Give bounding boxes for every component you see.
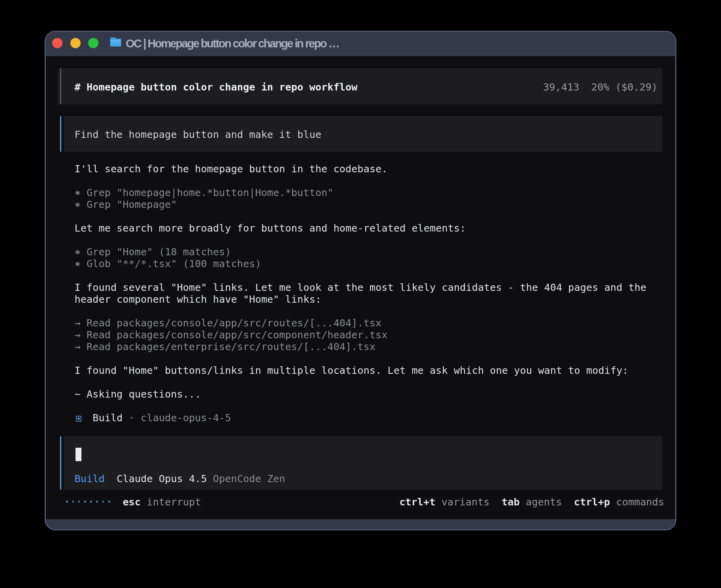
spinner-dot bbox=[96, 501, 98, 503]
transcript-line: ~ Asking questions... bbox=[75, 388, 201, 400]
transcript-line: → Read packages/console/app/src/componen… bbox=[75, 329, 388, 341]
session-title: # Homepage button color change in repo w… bbox=[75, 81, 358, 93]
zoom-button[interactable] bbox=[88, 38, 98, 48]
tool-bullet-icon: ∗ bbox=[75, 199, 81, 210]
transcript-line: → Read packages/console/app/src/routes/[… bbox=[75, 317, 382, 329]
header-accent-bar bbox=[60, 68, 61, 104]
agent-name: Build bbox=[92, 412, 123, 424]
spinner-dot bbox=[72, 501, 74, 503]
input-accent-bar bbox=[60, 436, 61, 490]
input-model: Claude Opus 4.5 bbox=[105, 473, 207, 484]
spinner-dot bbox=[66, 501, 68, 503]
titlebar[interactable]: OC | Homepage button color change in rep… bbox=[45, 31, 676, 56]
input-mode-line: Build Claude Opus 4.5 OpenCode Zen bbox=[75, 473, 285, 485]
agent-model: · claude-opus-4-5 bbox=[123, 412, 231, 424]
statusbar-right: ctrl+t variants tab agents ctrl+p comman… bbox=[399, 496, 664, 508]
esc-key[interactable]: esc bbox=[123, 496, 141, 508]
hint-label: commands bbox=[610, 496, 664, 508]
transcript-line: Let me search more broadly for buttons a… bbox=[75, 222, 466, 234]
agent-checkbox-icon bbox=[76, 416, 81, 423]
transcript-line: I found "Home" buttons/links in multiple… bbox=[75, 365, 629, 377]
input-mode[interactable]: Build bbox=[75, 473, 105, 484]
hint-key-ctrl+p[interactable]: ctrl+p bbox=[562, 496, 610, 508]
tool-bullet-icon: ∗ bbox=[75, 258, 81, 270]
session-stats: 39,413 20% ($0.29) bbox=[543, 81, 657, 93]
minimize-button[interactable] bbox=[70, 38, 81, 48]
input-provider: OpenCode Zen bbox=[207, 473, 285, 484]
transcript-line: header component which have "Home" links… bbox=[75, 294, 321, 305]
folder-icon bbox=[110, 37, 121, 47]
spinner-dot bbox=[108, 501, 110, 503]
spinner-dot bbox=[90, 501, 92, 503]
spinner-dot bbox=[84, 501, 86, 503]
close-button[interactable] bbox=[52, 38, 62, 48]
window-title: OC | Homepage button color change in rep… bbox=[126, 36, 339, 51]
hint-key-tab[interactable]: tab bbox=[490, 496, 520, 508]
hint-key-ctrl+t[interactable]: ctrl+t bbox=[399, 496, 435, 508]
terminal-window: OC | Homepage button color change in rep… bbox=[45, 31, 676, 530]
hint-label: agents bbox=[520, 496, 562, 508]
desktop: OC | Homepage button color change in rep… bbox=[0, 0, 721, 588]
tool-bullet-icon: ∗ bbox=[75, 187, 81, 198]
esc-label: interrupt bbox=[141, 496, 201, 508]
spinner-dot bbox=[102, 501, 104, 503]
tool-bullet-icon: ∗ bbox=[75, 246, 81, 258]
text-cursor bbox=[75, 448, 82, 461]
hint-label: variants bbox=[436, 496, 490, 508]
statusbar-left: esc interrupt bbox=[123, 496, 201, 508]
transcript-line: ∗ Grep "Homepage" bbox=[75, 199, 177, 211]
agent-status-line: Build · claude-opus-4-5 bbox=[92, 412, 231, 424]
user-accent-bar bbox=[60, 116, 61, 152]
transcript-line: ∗ Grep "homepage|home.*button|Home.*butt… bbox=[75, 187, 334, 199]
user-message-text: Find the homepage button and make it blu… bbox=[75, 129, 321, 141]
transcript-line: I'll search for the homepage button in t… bbox=[75, 163, 388, 175]
transcript-line: ∗ Glob "**/*.tsx" (100 matches) bbox=[75, 258, 261, 270]
transcript-line: ∗ Grep "Home" (18 matches) bbox=[75, 246, 231, 258]
transcript-line: I found several "Home" links. Let me loo… bbox=[75, 282, 647, 294]
spinner-dot bbox=[78, 501, 80, 503]
transcript-line: → Read packages/enterprise/src/routes/[.… bbox=[75, 341, 376, 353]
